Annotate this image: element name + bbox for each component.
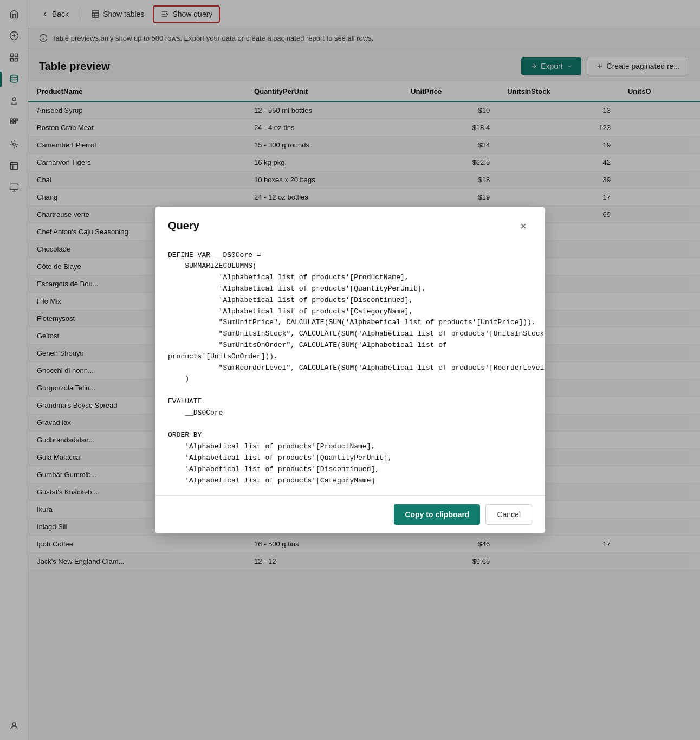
modal-body: DEFINE VAR __DS0Core = SUMMARIZECOLUMNS(… (155, 241, 545, 496)
close-icon (519, 222, 528, 230)
query-code: DEFINE VAR __DS0Core = SUMMARIZECOLUMNS(… (168, 250, 532, 487)
modal-footer: Copy to clipboard Cancel (155, 495, 545, 533)
cancel-button[interactable]: Cancel (485, 504, 532, 525)
modal-title: Query (168, 220, 199, 232)
modal-overlay: Query DEFINE VAR __DS0Core = SUMMARIZECO… (0, 0, 700, 740)
query-modal: Query DEFINE VAR __DS0Core = SUMMARIZECO… (155, 207, 545, 534)
copy-to-clipboard-button[interactable]: Copy to clipboard (394, 504, 480, 525)
modal-header: Query (155, 207, 545, 241)
modal-close-button[interactable] (515, 217, 532, 235)
